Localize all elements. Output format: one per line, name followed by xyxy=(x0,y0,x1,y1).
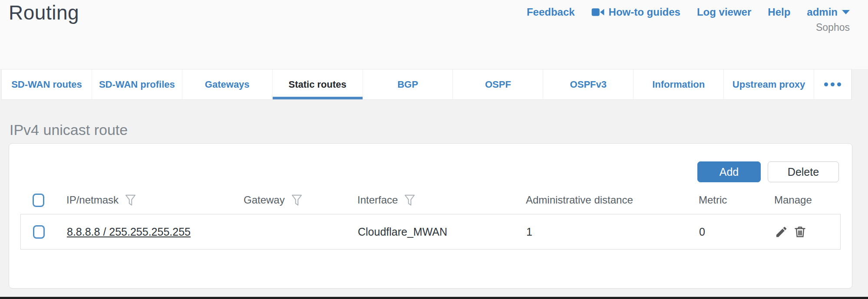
window-bottom-edge xyxy=(0,297,868,299)
add-button[interactable]: Add xyxy=(697,161,761,182)
howto-guides-link[interactable]: How-to guides xyxy=(591,6,680,18)
tab-upstream-proxy[interactable]: Upstream proxy xyxy=(724,69,814,99)
route-interface-cell: Cloudflare_MWAN xyxy=(358,226,526,238)
howto-guides-label: How-to guides xyxy=(609,6,680,18)
tabs-overflow-button[interactable] xyxy=(814,69,851,99)
tab-label: Upstream proxy xyxy=(733,79,805,90)
column-header-administrative-distance: Administrative distance xyxy=(526,194,633,206)
tab-label: SD-WAN profiles xyxy=(99,79,175,90)
routes-card: Add Delete IP/netmask Gateway xyxy=(9,143,852,289)
delete-trash-icon[interactable] xyxy=(793,225,807,239)
tab-label: Static routes xyxy=(288,79,346,90)
header-nav: Feedback How-to guides Log viewer Help a… xyxy=(527,6,850,18)
column-header-metric: Metric xyxy=(699,194,727,206)
route-ip-netmask-link[interactable]: 8.8.8.8 / 255.255.255.255 xyxy=(67,226,191,238)
tab-label: OSPFv3 xyxy=(570,79,607,90)
select-all-checkbox[interactable] xyxy=(33,194,44,207)
column-header-interface: Interface xyxy=(357,194,398,206)
tab-label: Gateways xyxy=(205,79,250,90)
feedback-link[interactable]: Feedback xyxy=(527,6,575,18)
tab-information[interactable]: Information xyxy=(634,69,724,99)
row-checkbox[interactable] xyxy=(33,225,45,239)
column-header-manage: Manage xyxy=(774,194,812,206)
route-metric-cell: 0 xyxy=(699,226,775,238)
log-viewer-label: Log viewer xyxy=(697,6,751,18)
tab-label: BGP xyxy=(397,79,418,90)
user-menu-label: admin xyxy=(807,6,838,18)
feedback-label: Feedback xyxy=(527,6,575,18)
route-manage-cell xyxy=(775,225,840,239)
routing-page: Routing Feedback How-to guides Log viewe… xyxy=(0,0,868,299)
help-label: Help xyxy=(768,6,790,18)
active-tab-underline xyxy=(273,97,363,99)
column-header-ip-netmask: IP/netmask xyxy=(66,194,119,206)
section-heading: IPv4 unicast route xyxy=(10,122,128,138)
route-administrative-distance-cell: 1 xyxy=(526,226,699,238)
tab-label: SD-WAN routes xyxy=(11,79,82,90)
brand-label: Sophos xyxy=(816,22,850,33)
help-link[interactable]: Help xyxy=(768,6,790,18)
column-header-gateway: Gateway xyxy=(244,194,285,206)
filter-icon[interactable] xyxy=(291,194,303,207)
tab-ospf[interactable]: OSPF xyxy=(453,69,543,99)
tab-label: OSPF xyxy=(485,79,511,90)
filter-icon[interactable] xyxy=(125,194,136,207)
ellipsis-icon xyxy=(824,82,841,86)
tab-static-routes[interactable]: Static routes xyxy=(273,69,363,99)
tab-ospfv3[interactable]: OSPFv3 xyxy=(543,69,634,99)
tab-sdwan-profiles[interactable]: SD-WAN profiles xyxy=(92,69,182,99)
filter-icon[interactable] xyxy=(404,194,416,207)
user-menu[interactable]: admin xyxy=(807,6,850,18)
tab-label: Information xyxy=(652,79,705,90)
log-viewer-link[interactable]: Log viewer xyxy=(697,6,751,18)
caret-down-icon xyxy=(842,10,850,15)
tab-gateways[interactable]: Gateways xyxy=(182,69,273,99)
delete-button[interactable]: Delete xyxy=(768,161,839,182)
video-camera-icon xyxy=(591,7,604,18)
tab-bgp[interactable]: BGP xyxy=(363,69,453,99)
table-row: 8.8.8.8 / 255.255.255.255 Cloudflare_MWA… xyxy=(21,214,840,249)
table-header: IP/netmask Gateway Interface xyxy=(20,187,841,213)
tab-sdwan-routes[interactable]: SD-WAN routes xyxy=(2,69,92,99)
table-body: 8.8.8.8 / 255.255.255.255 Cloudflare_MWA… xyxy=(20,214,841,250)
page-title: Routing xyxy=(9,1,79,24)
tab-bar: SD-WAN routes SD-WAN profiles Gateways S… xyxy=(1,69,852,100)
edit-pencil-icon[interactable] xyxy=(775,225,788,239)
